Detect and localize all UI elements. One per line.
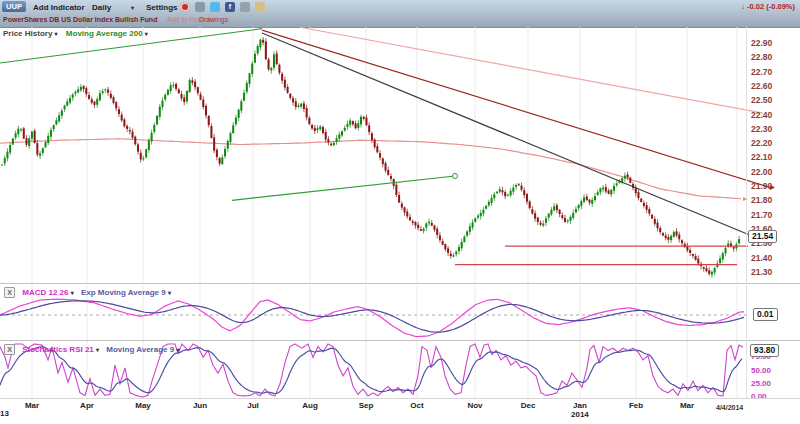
- candle-body: [189, 80, 191, 92]
- candle-body: [714, 268, 716, 273]
- stoch-close-button[interactable]: X: [4, 344, 15, 355]
- candle-body: [344, 128, 346, 131]
- stoch-signal-select[interactable]: Moving Average 9 ▾: [106, 345, 179, 354]
- candle-body: [42, 148, 44, 153]
- candle-body: [733, 247, 735, 248]
- add-indicator-button[interactable]: Add Indicator: [33, 3, 85, 12]
- twitter-icon[interactable]: [210, 2, 220, 12]
- trendline-pink-down[interactable]: [300, 27, 763, 113]
- macd-signal-select[interactable]: Exp Moving Average 9 ▾: [81, 288, 171, 297]
- drawings-link[interactable]: Drawings: [199, 16, 228, 23]
- candle-body: [420, 229, 422, 231]
- candle-body: [300, 104, 302, 107]
- price-tick-label: 22.90: [751, 38, 772, 48]
- candle-body: [589, 200, 591, 203]
- candle-body: [455, 251, 457, 254]
- candle-body: [387, 170, 389, 175]
- candle-body: [61, 110, 63, 115]
- stoch-select[interactable]: Stochastics RSI 21 ▾: [22, 345, 99, 354]
- candle-body: [447, 248, 449, 252]
- price-tick-label: 22.30: [751, 124, 772, 134]
- macd-select[interactable]: MACD 12 26 ▾: [22, 288, 74, 297]
- candle-body: [123, 119, 125, 126]
- candle-body: [534, 213, 536, 218]
- last-price-box: 21.54: [748, 230, 777, 243]
- candle-body: [246, 83, 248, 92]
- candle-body: [118, 109, 120, 114]
- month-label: Oct: [410, 401, 423, 410]
- candle-body: [469, 226, 471, 231]
- macd-value-box: 0.01: [753, 308, 778, 321]
- candle-body: [66, 101, 68, 105]
- candle-body: [572, 213, 574, 218]
- candle-body: [659, 228, 661, 232]
- candle-body: [243, 93, 245, 101]
- notes-icon[interactable]: [255, 2, 265, 12]
- ma200-select[interactable]: Moving Average 200 ▾: [66, 29, 148, 38]
- trendline-darkred-down[interactable]: [262, 30, 770, 187]
- candle-body: [200, 94, 202, 99]
- candle-body: [172, 85, 174, 86]
- price-tick-label: 22.80: [751, 52, 772, 62]
- trendline-handle[interactable]: [453, 173, 458, 178]
- candle-body: [466, 232, 468, 236]
- candle-body: [314, 128, 316, 131]
- candle-body: [703, 267, 705, 269]
- candle-body: [578, 205, 580, 208]
- candle-body: [115, 102, 117, 108]
- candle-body: [657, 223, 659, 229]
- candle-body: [194, 82, 196, 88]
- candle-body: [627, 174, 629, 177]
- candle-body: [50, 130, 52, 137]
- candle-body: [205, 106, 207, 116]
- candle-body: [450, 254, 452, 256]
- timeframe-select[interactable]: Daily: [92, 3, 111, 12]
- settings-button[interactable]: Settings: [146, 3, 178, 12]
- candle-body: [414, 222, 416, 225]
- candle-body: [219, 158, 221, 164]
- candle-body: [113, 97, 115, 103]
- candle-body: [74, 92, 76, 94]
- trendline-black-down[interactable]: [262, 33, 752, 236]
- symbol-input[interactable]: UUP: [2, 1, 26, 12]
- candle-body: [640, 199, 642, 202]
- macd-close-button[interactable]: X: [4, 287, 15, 298]
- candle-body: [317, 128, 319, 130]
- candle-body: [341, 131, 343, 135]
- candle-body: [34, 131, 36, 143]
- candle-body: [292, 98, 294, 102]
- alarm-icon[interactable]: [180, 2, 190, 12]
- candle-body: [553, 206, 555, 210]
- candle-body: [559, 210, 561, 214]
- candle-body: [605, 187, 607, 191]
- candle-body: [140, 153, 142, 160]
- month-label: Jan: [573, 401, 587, 410]
- candle-body: [91, 99, 93, 102]
- candle-body: [265, 42, 267, 60]
- candle-body: [496, 192, 498, 193]
- price-tick-label: 22.00: [751, 167, 772, 177]
- candle-body: [69, 98, 71, 103]
- candle-body: [610, 190, 612, 195]
- timeframe-caret-icon[interactable]: ▾: [131, 4, 134, 11]
- candle-body: [142, 158, 144, 159]
- candle-body: [55, 120, 57, 124]
- candle-body: [477, 216, 479, 218]
- candle-body: [501, 190, 503, 192]
- candle-body: [594, 196, 596, 200]
- facebook-icon[interactable]: f: [225, 2, 235, 12]
- candle-body: [257, 46, 259, 53]
- candle-body: [512, 188, 514, 192]
- price-chart[interactable]: [0, 27, 800, 283]
- candle-body: [695, 256, 697, 260]
- trendline-green-mid[interactable]: [232, 176, 455, 200]
- snapshot-icon[interactable]: [240, 2, 250, 12]
- candle-body: [6, 152, 8, 159]
- candle-body: [202, 99, 204, 107]
- news-icon[interactable]: [195, 2, 205, 12]
- candle-body: [529, 202, 531, 209]
- candle-body: [183, 98, 185, 103]
- candle-body: [499, 189, 501, 192]
- price-history-select[interactable]: Price History ▾: [3, 29, 58, 38]
- candle-body: [213, 137, 215, 150]
